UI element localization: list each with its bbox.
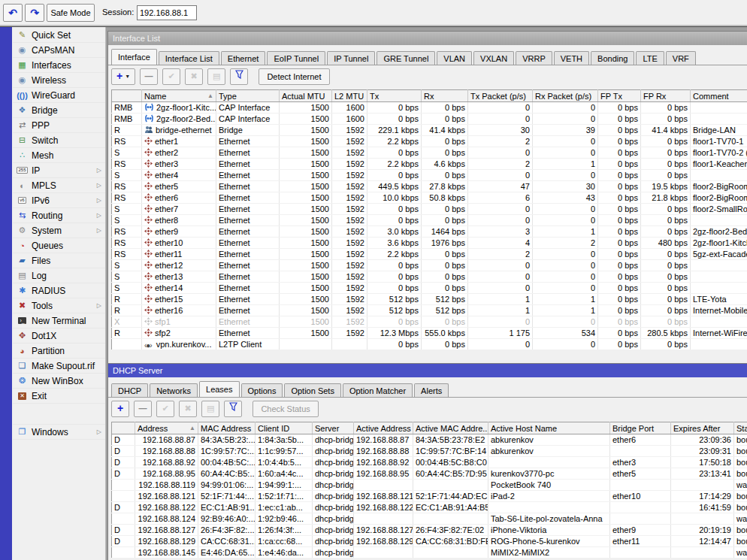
tab-vxlan[interactable]: VXLAN	[473, 51, 514, 65]
tab-vrf[interactable]: VRF	[666, 51, 696, 65]
column-header-type[interactable]: Type	[216, 90, 280, 102]
interface-row[interactable]: Sether7Ethernet150015920 bps0 bps000 bps…	[112, 204, 747, 215]
disable-button[interactable]: ✖	[179, 401, 197, 417]
column-header-fp-rx[interactable]: FP Rx	[641, 90, 691, 102]
sidebar-item-interfaces[interactable]: ▦Interfaces	[13, 58, 105, 73]
interface-row[interactable]: RSether6Ethernet1500159210.0 kbps50.8 kb…	[112, 192, 747, 204]
interface-row[interactable]: Xsfp1Ethernet150015920 bps0 bps000 bps0 …	[112, 316, 747, 328]
tab-options[interactable]: Options	[241, 383, 283, 398]
column-header-l2-mtu[interactable]: L2 MTU	[332, 90, 367, 102]
interface-row[interactable]: Sether4Ethernet150015920 bps0 bps000 bps…	[112, 170, 747, 181]
column-header-rx-packet-p-s[interactable]: Rx Packet (p/s)	[533, 90, 598, 102]
dhcp-server-titlebar[interactable]: DHCP Server	[108, 364, 747, 377]
interface-list-titlebar[interactable]: Interface List	[108, 32, 747, 45]
lease-row[interactable]: D192.168.88.12726:F4:3F:82:...1:26:f4:3f…	[112, 525, 747, 536]
interface-row[interactable]: RSether10Ethernet150015923.6 kbps1976 bp…	[112, 238, 747, 249]
sidebar-item-new-winbox[interactable]: ❂New WinBox	[13, 374, 105, 389]
sidebar-item-mpls[interactable]: ◐MPLS▷	[13, 178, 105, 193]
undo-button[interactable]: ↶	[3, 4, 23, 22]
remove-button[interactable]: —	[134, 401, 152, 417]
column-header-rx[interactable]: Rx	[422, 90, 468, 102]
sidebar-item-ipv6[interactable]: v6IPv6▷	[13, 193, 105, 208]
interface-row[interactable]: RSether5Ethernet15001592449.5 kbps27.8 k…	[112, 181, 747, 192]
interface-row[interactable]: Sether8Ethernet150015920 bps0 bps000 bps…	[112, 215, 747, 226]
column-header-bridge-port[interactable]: Bridge Port	[610, 422, 671, 434]
tab-leases[interactable]: Leases	[199, 381, 239, 398]
column-header-comment[interactable]: Comment	[691, 90, 747, 102]
lease-row[interactable]: D192.168.88.9560:A4:4C:B5:...1:60:a4:4c.…	[112, 468, 747, 480]
lease-row[interactable]: D192.168.88.122EC:C1:AB:91...1:ec:c1:ab.…	[112, 502, 747, 513]
column-header-flags[interactable]	[112, 422, 135, 434]
interface-row[interactable]: RSether9Ethernet150015923.0 kbps1464 bps…	[112, 226, 747, 238]
redo-button[interactable]: ↷	[25, 4, 44, 22]
check-status-button[interactable]: Check Status	[253, 401, 318, 417]
lease-row[interactable]: D192.168.88.881C:99:57:7C:...1:1c:99:57.…	[112, 446, 747, 457]
interface-row[interactable]: ‹●›vpn.kurenkov...L2TP Client0 bps0 bps0…	[112, 339, 747, 350]
tab-interface-list[interactable]: Interface List	[159, 51, 219, 65]
column-header-name[interactable]: Name▲	[142, 90, 216, 102]
interface-row[interactable]: Rsfp2Ethernet1500159212.3 Mbps555.0 kbps…	[112, 328, 747, 339]
detect-internet-button[interactable]: Detect Internet	[259, 68, 329, 85]
tab-gre-tunnel[interactable]: GRE Tunnel	[377, 51, 435, 65]
tab-networks[interactable]: Networks	[150, 383, 198, 398]
tab-alerts[interactable]: Alerts	[414, 383, 449, 398]
sidebar-item-new-terminal[interactable]: ›_New Terminal	[13, 313, 105, 328]
sidebar-item-files[interactable]: ▰Files	[13, 253, 105, 268]
tab-option-matcher[interactable]: Option Matcher	[343, 383, 413, 398]
interface-row[interactable]: RSether3Ethernet150015922.2 kbps4.6 kbps…	[112, 159, 747, 170]
interface-row[interactable]: RMB2gz-floor1-Kitc...CAP Interface150016…	[112, 102, 747, 114]
filter-button[interactable]	[230, 68, 248, 85]
column-header-client-id[interactable]: Client ID	[256, 422, 313, 434]
sidebar-item-tools[interactable]: ✖Tools▷	[13, 298, 105, 313]
safe-mode-button[interactable]: Safe Mode	[47, 4, 95, 22]
column-header-mac-address[interactable]: MAC Address	[198, 422, 256, 434]
interface-row[interactable]: RMB2gz-floor2-Bed...CAP Interface1500160…	[112, 114, 747, 125]
sidebar-item-log[interactable]: ▤Log	[13, 268, 105, 283]
sidebar-item-ppp[interactable]: ⇄PPP	[13, 118, 105, 133]
sidebar-item-dot1x[interactable]: ✥Dot1X	[13, 328, 105, 344]
tab-ethernet[interactable]: Ethernet	[221, 51, 266, 65]
sidebar-item-make-supout-rif[interactable]: ❏Make Supout.rif	[13, 359, 105, 374]
tab-veth[interactable]: VETH	[554, 51, 589, 65]
lease-row[interactable]: 192.168.88.11994:99:01:06:...1:94:99:1:.…	[112, 480, 747, 491]
session-input[interactable]	[137, 5, 197, 20]
sidebar-item-mesh[interactable]: ∴Mesh	[13, 148, 105, 163]
tab-eoip-tunnel[interactable]: EoIP Tunnel	[267, 51, 325, 65]
tab-vlan[interactable]: VLAN	[437, 51, 472, 65]
sidebar-item-switch[interactable]: ⊟Switch	[13, 133, 105, 148]
sidebar-item-radius[interactable]: ✱RADIUS	[13, 283, 105, 298]
sidebar-item-capsman[interactable]: ◉CAPsMAN	[13, 43, 105, 58]
interface-row[interactable]: RSether11Ethernet150015922.2 kbps0 bps20…	[112, 249, 747, 260]
sidebar-item-wireless[interactable]: ◉Wireless	[13, 73, 105, 88]
column-header-server[interactable]: Server	[313, 422, 354, 434]
enable-button[interactable]: ✔	[156, 401, 174, 417]
interface-row[interactable]: Sether13Ethernet150015920 bps0 bps000 bp…	[112, 271, 747, 283]
sidebar-item-system[interactable]: ⚙System▷	[13, 223, 105, 238]
column-header-status[interactable]: Status	[734, 422, 747, 434]
sidebar-item-queues[interactable]: ◔Queues	[13, 238, 105, 253]
tab-interface[interactable]: Interface	[111, 49, 157, 65]
interface-row[interactable]: Sether2Ethernet150015920 bps0 bps000 bps…	[112, 147, 747, 159]
lease-row[interactable]: 192.168.88.12152:1F:71:44:...1:52:1f:71:…	[112, 491, 747, 502]
sidebar-item-bridge[interactable]: ❖Bridge	[13, 103, 105, 118]
interface-row[interactable]: Rether16Ethernet15001592512 bps512 bps11…	[112, 305, 747, 316]
column-header-address[interactable]: Address▲	[135, 422, 198, 434]
sidebar-item-wireguard[interactable]: (())WireGuard	[13, 88, 105, 103]
comment-button[interactable]: ▤	[201, 401, 219, 417]
tab-ip-tunnel[interactable]: IP Tunnel	[327, 51, 375, 65]
column-header-actual-mtu[interactable]: Actual MTU	[280, 90, 332, 102]
column-header-tx[interactable]: Tx	[367, 90, 422, 102]
enable-button[interactable]: ✔	[162, 68, 180, 85]
column-header-active-mac-addre[interactable]: Active MAC Addre...	[413, 422, 488, 434]
remove-button[interactable]: —	[140, 68, 158, 85]
interface-row[interactable]: Rether15Ethernet15001592512 bps512 bps11…	[112, 294, 747, 305]
column-header-tx-packet-p-s[interactable]: Tx Packet (p/s)	[468, 90, 533, 102]
add-button[interactable]: +	[111, 401, 129, 417]
interface-row[interactable]: Rbridge-ethernetBridge15001592229.1 kbps…	[112, 125, 747, 136]
column-header-active-host-name[interactable]: Active Host Name	[488, 422, 610, 434]
sidebar-item-windows[interactable]: ❐Windows▷	[13, 424, 105, 440]
column-header-fp-tx[interactable]: FP Tx	[598, 90, 641, 102]
sidebar-item-exit[interactable]: ✕Exit	[13, 389, 105, 404]
interface-row[interactable]: Sether14Ethernet150015920 bps0 bps000 bp…	[112, 283, 747, 294]
lease-row[interactable]: 192.168.88.145E4:46:DA:65...1:e4:46:da..…	[112, 547, 747, 558]
